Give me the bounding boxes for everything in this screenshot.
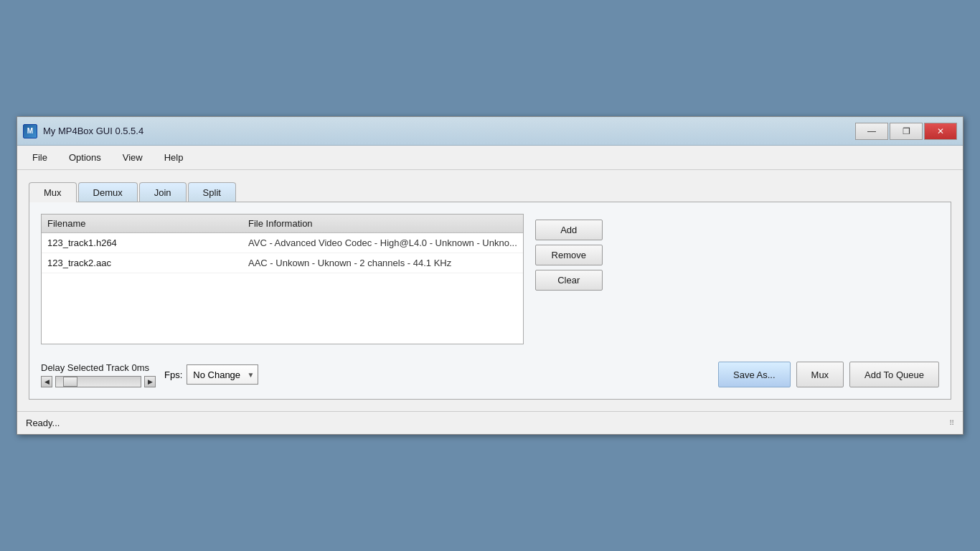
mux-panel: Filename File Information 123_track1.h26…	[29, 202, 951, 400]
add-to-queue-button[interactable]: Add To Queue	[849, 362, 939, 387]
tab-mux[interactable]: Mux	[29, 182, 77, 202]
tab-join[interactable]: Join	[139, 182, 187, 202]
row2-fileinfo: AAC - Unkown - Uknown - 2 channels - 44.…	[248, 258, 517, 268]
fps-select-wrapper: No Change 23.976 24 25 29.97 30 50 59.94…	[187, 364, 258, 385]
action-buttons: Save As... Mux Add To Queue	[718, 362, 939, 387]
menu-view[interactable]: View	[113, 149, 152, 166]
row1-fileinfo: AVC - Advanced Video Codec - High@L4.0 -…	[248, 237, 517, 248]
row1-filename: 123_track1.h264	[47, 237, 248, 248]
menu-file[interactable]: File	[23, 149, 57, 166]
add-button[interactable]: Add	[535, 220, 603, 240]
tab-demux[interactable]: Demux	[78, 182, 138, 202]
main-window: M My MP4Box GUI 0.5.5.4 — ❐ ✕ File Optio…	[17, 116, 963, 435]
fps-label: Fps:	[164, 369, 182, 380]
window-controls: — ❐ ✕	[855, 123, 957, 140]
side-buttons: Add Remove Clear	[529, 214, 608, 353]
file-table: Filename File Information 123_track1.h26…	[42, 215, 523, 344]
maximize-button[interactable]: ❐	[890, 123, 923, 140]
minimize-button[interactable]: —	[855, 123, 888, 140]
table-row[interactable]: 123_track1.h264 AVC - Advanced Video Cod…	[42, 233, 523, 253]
content-area: Mux Demux Join Split Filename File Infor…	[17, 170, 963, 411]
close-button[interactable]: ✕	[924, 123, 957, 140]
row2-filename: 123_track2.aac	[47, 258, 248, 268]
save-as-button[interactable]: Save As...	[718, 362, 791, 387]
status-text: Ready...	[26, 418, 60, 428]
bottom-controls: Delay Selected Track 0ms ◀ ▶ Fps: No Cha…	[41, 362, 939, 387]
slider-thumb[interactable]	[63, 377, 77, 387]
fps-section: Fps: No Change 23.976 24 25 29.97 30 50 …	[164, 364, 258, 385]
window-title: My MP4Box GUI 0.5.5.4	[43, 126, 855, 136]
delay-section: Delay Selected Track 0ms ◀ ▶	[41, 362, 156, 387]
slider-left-arrow[interactable]: ◀	[41, 376, 52, 387]
remove-button[interactable]: Remove	[535, 245, 603, 265]
fps-select[interactable]: No Change 23.976 24 25 29.97 30 50 59.94…	[187, 364, 258, 385]
table-row[interactable]: 123_track2.aac AAC - Unkown - Uknown - 2…	[42, 253, 523, 273]
clear-button[interactable]: Clear	[535, 270, 603, 291]
mux-button[interactable]: Mux	[796, 362, 844, 387]
tab-split[interactable]: Split	[188, 182, 236, 202]
header-fileinfo: File Information	[248, 218, 517, 229]
table-header: Filename File Information	[42, 215, 523, 233]
slider-container: ◀ ▶	[41, 376, 156, 387]
resize-handle[interactable]: ⠿	[949, 419, 954, 427]
menu-bar: File Options View Help	[17, 146, 963, 170]
title-bar: M My MP4Box GUI 0.5.5.4 — ❐ ✕	[17, 117, 963, 146]
slider-right-arrow[interactable]: ▶	[144, 376, 156, 387]
delay-label: Delay Selected Track 0ms	[41, 362, 156, 373]
menu-help[interactable]: Help	[155, 149, 193, 166]
header-filename: Filename	[47, 218, 248, 229]
status-bar: Ready... ⠿	[17, 411, 963, 434]
menu-options[interactable]: Options	[60, 149, 110, 166]
app-icon: M	[23, 124, 37, 138]
tab-bar: Mux Demux Join Split	[29, 182, 951, 202]
slider-track[interactable]	[55, 376, 141, 387]
file-table-container: Filename File Information 123_track1.h26…	[41, 214, 524, 344]
table-rows: 123_track1.h264 AVC - Advanced Video Cod…	[42, 233, 523, 273]
